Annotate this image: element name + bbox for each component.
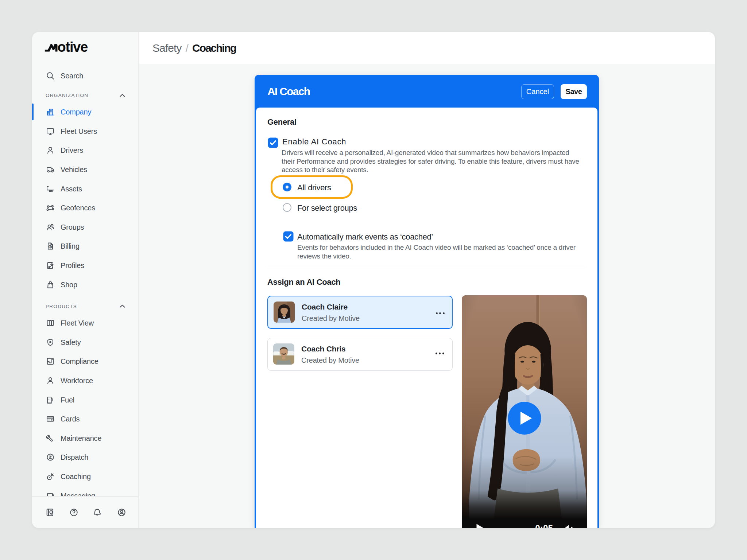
svg-text:otive: otive (58, 41, 88, 54)
svg-text:0:05: 0:05 (535, 523, 553, 528)
svg-text:$: $ (50, 245, 51, 248)
